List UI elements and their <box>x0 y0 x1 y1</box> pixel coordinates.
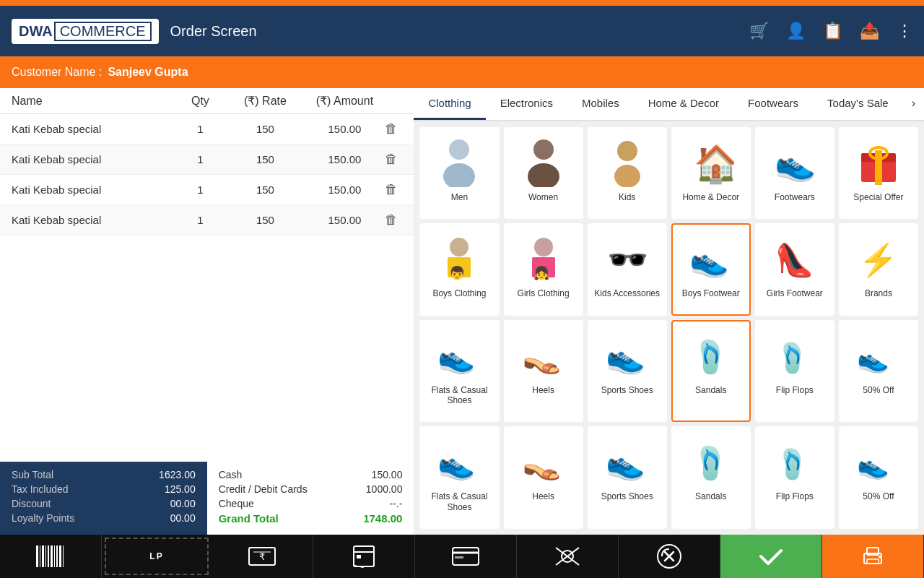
product-card-heels[interactable]: 👡 Heels <box>504 320 583 423</box>
add-user-icon[interactable]: 👤 <box>786 22 806 40</box>
product-card-girls-clothing[interactable]: 👧 Girls Clothing <box>504 223 583 315</box>
table-row[interactable]: Kati Kebab special 1 150 150.00 🗑 <box>0 144 414 175</box>
row-name: Kati Kebab special <box>12 123 178 135</box>
product-label: Women <box>528 192 558 202</box>
product-card-girls-footwear[interactable]: 👠 Girls Footwear <box>755 223 834 315</box>
product-card-flipflops[interactable]: 🩴 Flip Flops <box>755 320 834 423</box>
category-tabs: ClotthingElectronicsMobilesHome & DecorF… <box>414 88 924 121</box>
product-card-off50[interactable]: 👟 50% Off <box>839 320 918 423</box>
summary-right: Cash 150.00 Credit / Debit Cards 1000.00… <box>207 462 414 535</box>
product-card-brands[interactable]: ⚡ Brands <box>839 223 918 315</box>
product-label: Boys Footwear <box>682 288 740 298</box>
delete-button[interactable]: 🗑 <box>380 152 402 167</box>
table-row[interactable]: Kati Kebab special 1 150 150.00 🗑 <box>0 114 414 144</box>
row-qty: 1 <box>178 214 222 226</box>
product-card-man[interactable]: Men <box>419 127 499 219</box>
list-icon[interactable]: 📋 <box>823 22 842 40</box>
product-icon-man <box>432 134 487 189</box>
delete-button[interactable]: 🗑 <box>380 212 402 228</box>
summary-section: Sub Total 1623.00 Tax Included 125.00 Di… <box>0 462 414 535</box>
card-reader-button[interactable] <box>313 535 415 578</box>
product-card-sandals[interactable]: 🩴 Sandals <box>671 320 751 423</box>
category-tab-home-&-decor[interactable]: Home & Decor <box>634 88 733 120</box>
product-card-kid[interactable]: Kids <box>588 127 667 219</box>
product-card-boys-clothing[interactable]: 👦 Boys Clothing <box>419 223 499 315</box>
product-card-footwear[interactable]: 👟 Footwears <box>755 127 834 219</box>
category-tab-footwears[interactable]: Footwears <box>733 88 813 120</box>
coupon-button[interactable] <box>517 535 619 578</box>
product-card-woman[interactable]: Women <box>504 127 583 219</box>
product-card-heels[interactable]: 👡 Heels <box>504 426 583 529</box>
cart-icon[interactable]: 🛒 <box>749 22 769 40</box>
product-label: 50% Off <box>863 385 894 395</box>
svg-point-2 <box>533 139 554 160</box>
row-amount: 150.00 <box>308 184 380 196</box>
product-card-sports[interactable]: 👟 Sports Shoes <box>588 320 667 423</box>
svg-rect-53 <box>455 556 463 558</box>
svg-text:👟: 👟 <box>606 444 645 482</box>
cheque-label: Cheque <box>219 498 254 509</box>
discount-label: Discount <box>12 498 51 509</box>
cheque-row: Cheque --.- <box>219 498 403 509</box>
summary-left: Sub Total 1623.00 Tax Included 125.00 Di… <box>0 462 207 535</box>
svg-point-61 <box>879 556 881 558</box>
print-button[interactable] <box>822 535 924 578</box>
svg-rect-34 <box>36 545 38 567</box>
category-tab-mobiles[interactable]: Mobiles <box>567 88 634 120</box>
top-bar <box>0 0 924 6</box>
product-icon-kid <box>600 134 655 189</box>
product-card-boys-footwear[interactable]: 👟 Boys Footwear <box>671 223 751 315</box>
product-card-home[interactable]: 🏠 Home & Decor <box>671 127 751 219</box>
table-row[interactable]: Kati Kebab special 1 150 150.00 🗑 <box>0 175 414 205</box>
product-card-sports[interactable]: 👟 Sports Shoes <box>588 426 667 529</box>
category-tab-clotthing[interactable]: Clotthing <box>414 88 485 120</box>
table-row[interactable]: Kati Kebab special 1 150 150.00 🗑 <box>0 205 414 236</box>
loyalty-label: Loyalty Points <box>12 512 74 524</box>
product-icon-boys-footwear: 👟 <box>684 230 738 285</box>
svg-text:👧: 👧 <box>533 265 550 281</box>
row-qty: 1 <box>178 184 222 196</box>
product-card-off50[interactable]: 👟 50% Off <box>839 426 918 529</box>
product-card-flipflops[interactable]: 🩴 Flip Flops <box>755 426 834 529</box>
svg-text:🩴: 🩴 <box>691 444 731 482</box>
svg-text:🕶️: 🕶️ <box>607 240 649 280</box>
product-label: Sandals <box>695 491 726 501</box>
product-card-gift[interactable]: Special Offer <box>839 127 918 219</box>
delete-button[interactable]: 🗑 <box>380 121 402 137</box>
cash-row: Cash 150.00 <box>219 469 403 480</box>
row-rate: 150 <box>222 153 308 165</box>
product-icon-girls-footwear: 👠 <box>767 230 822 285</box>
category-tab-today's-sale[interactable]: Today's Sale <box>813 88 903 120</box>
svg-text:🏠: 🏠 <box>694 142 734 185</box>
header-icons: 🛒 👤 📋 📤 ⋮ <box>749 22 912 40</box>
product-icon-heels: 👡 <box>516 327 571 382</box>
loyalty-button[interactable]: LP <box>105 538 209 575</box>
cash-payment-button[interactable]: ₹ <box>212 535 313 578</box>
svg-text:👟: 👟 <box>437 446 476 482</box>
col-amount-header: (₹) Amount <box>308 94 380 108</box>
upload-icon[interactable]: 📤 <box>860 22 879 40</box>
category-tab-electronics[interactable]: Electronics <box>486 88 567 120</box>
svg-rect-41 <box>56 545 58 567</box>
product-icon-flats: 👟 <box>432 434 487 488</box>
confirm-button[interactable] <box>720 535 822 578</box>
product-icon-kids-accessories: 🕶️ <box>600 230 655 285</box>
more-icon[interactable]: ⋮ <box>897 22 912 40</box>
delete-button[interactable]: 🗑 <box>380 182 402 197</box>
more-tabs-button[interactable]: › <box>903 88 924 120</box>
svg-rect-38 <box>48 545 49 567</box>
cancel-button[interactable] <box>619 535 720 578</box>
product-card-flats[interactable]: 👟 Flats & Casual Shoes <box>419 320 499 423</box>
product-card-sandals[interactable]: 🩴 Sandals <box>671 426 751 529</box>
product-icon-brands: ⚡ <box>851 230 906 285</box>
product-card-kids-accessories[interactable]: 🕶️ Kids Accessories <box>588 223 667 315</box>
product-label: Heels <box>532 491 554 501</box>
svg-text:👡: 👡 <box>522 338 562 376</box>
product-label: Footwears <box>775 192 815 202</box>
product-card-flats[interactable]: 👟 Flats & Casual Shoes <box>419 426 499 529</box>
barcode-button[interactable] <box>0 535 102 578</box>
customer-name: Sanjeev Gupta <box>108 66 188 79</box>
logo: DWA COMMERCE <box>12 19 159 44</box>
credit-card-button[interactable] <box>415 535 517 578</box>
svg-text:👠: 👠 <box>775 241 814 279</box>
